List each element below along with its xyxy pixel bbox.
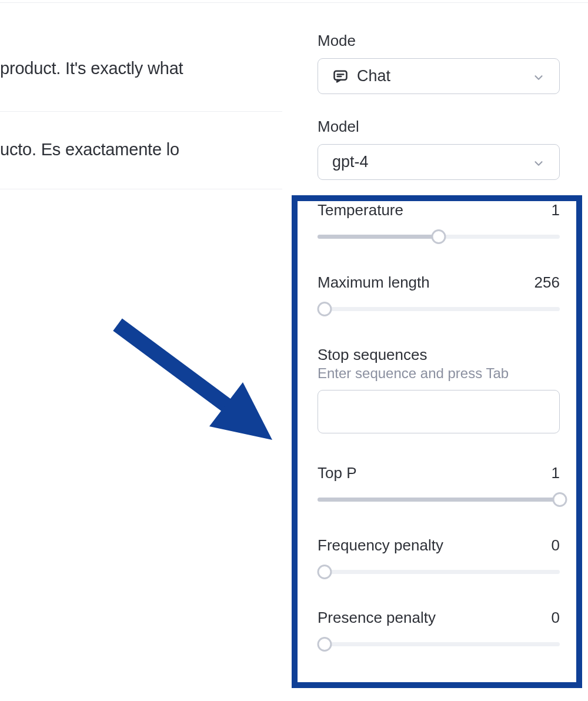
max-length-value: 256 [534,273,560,292]
mode-value: Chat [357,67,390,85]
arrow-annotation-icon [111,318,275,453]
chevron-down-icon [532,70,545,83]
max-length-label: Maximum length [318,273,430,292]
presence-penalty-param: Presence penalty 0 [318,609,560,650]
message-line-2: ucto. Es exactamente lo [0,112,282,189]
stop-sequences-param: Stop sequences Enter sequence and press … [318,346,560,433]
chevron-down-icon [532,156,545,169]
message-line-1: product. It's exactly what [0,59,282,112]
presence-penalty-value: 0 [552,609,560,627]
presence-penalty-label: Presence penalty [318,609,436,627]
model-group: Model gpt-4 [318,118,560,180]
stop-sequences-hint: Enter sequence and press Tab [318,365,560,382]
model-value: gpt-4 [332,153,369,171]
model-select[interactable]: gpt-4 [318,144,560,180]
max-length-param: Maximum length 256 [318,273,560,315]
top-p-label: Top P [318,464,357,482]
svg-marker-4 [209,382,272,440]
frequency-penalty-value: 0 [552,536,560,555]
temperature-label: Temperature [318,201,403,219]
stop-sequences-label: Stop sequences [318,346,560,364]
temperature-value: 1 [552,201,560,219]
svg-rect-0 [335,71,347,79]
mode-select[interactable]: Chat [318,58,560,94]
presence-penalty-slider[interactable] [318,639,560,650]
chat-icon [332,68,349,85]
max-length-slider[interactable] [318,303,560,315]
parameters-panel: Temperature 1 Maximum length 256 Stop se… [318,201,560,650]
temperature-param: Temperature 1 [318,201,560,243]
chat-area: product. It's exactly what ucto. Es exac… [0,3,282,189]
svg-line-3 [118,325,231,409]
mode-group: Mode Chat [318,32,560,94]
frequency-penalty-label: Frequency penalty [318,536,443,555]
temperature-slider[interactable] [318,231,560,243]
stop-sequences-input[interactable] [318,390,560,433]
frequency-penalty-slider[interactable] [318,566,560,578]
model-label: Model [318,118,560,136]
settings-sidebar: Mode Chat Model gpt-4 [318,32,560,203]
frequency-penalty-param: Frequency penalty 0 [318,536,560,578]
top-p-slider[interactable] [318,494,560,506]
top-p-value: 1 [552,464,560,482]
top-p-param: Top P 1 [318,464,560,506]
mode-label: Mode [318,32,560,50]
